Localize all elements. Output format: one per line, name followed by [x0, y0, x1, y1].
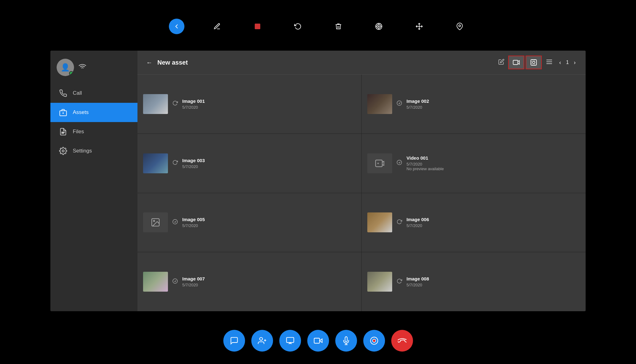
sidebar-item-settings[interactable]: Settings	[50, 141, 137, 161]
svg-point-28	[397, 160, 402, 165]
pin-button[interactable]	[452, 19, 467, 34]
connection-icon	[78, 63, 86, 72]
page-next-button[interactable]: ›	[571, 58, 578, 67]
video-view-button[interactable]	[508, 56, 524, 69]
asset-date-vid001: 5/7/2020	[406, 162, 580, 166]
asset-status-img001	[172, 100, 178, 107]
asset-status-img005	[172, 219, 178, 226]
user-avatar-area: 👤	[50, 54, 137, 84]
asset-status-img002	[397, 100, 402, 107]
sidebar-item-files[interactable]: Files	[50, 122, 137, 141]
undo-button[interactable]	[290, 19, 306, 34]
asset-status-img003	[172, 160, 178, 167]
asset-info-vid001: Video 001 5/7/2020 No preview available	[406, 155, 580, 171]
svg-point-2	[377, 25, 381, 28]
asset-date-img005: 5/7/2020	[182, 223, 356, 228]
sidebar-navigation: Call Assets Files	[50, 84, 137, 311]
mic-button[interactable]	[335, 330, 357, 352]
asset-item-img003[interactable]: Image 003 5/7/2020	[137, 134, 361, 193]
assets-icon	[59, 108, 67, 116]
asset-name-img002: Image 002	[406, 98, 580, 104]
asset-name-vid001: Video 001	[406, 155, 580, 161]
stop-button[interactable]	[250, 19, 265, 34]
content-area: ← New asset	[137, 51, 586, 311]
sidebar-item-call[interactable]: Call	[50, 84, 137, 103]
asset-status-img007	[172, 278, 178, 285]
asset-status-img006	[397, 219, 402, 226]
settings-label: Settings	[73, 148, 92, 154]
list-view-button[interactable]	[543, 57, 555, 68]
pagination: ‹ 1 ›	[557, 58, 578, 67]
asset-info-img005: Image 005 5/7/2020	[182, 217, 356, 228]
asset-info-img007: Image 007 5/7/2020	[182, 276, 356, 287]
page-prev-button[interactable]: ‹	[557, 58, 564, 67]
asset-info-img008: Image 008 5/7/2020	[406, 276, 580, 287]
content-header: ← New asset	[137, 51, 586, 75]
svg-rect-15	[62, 132, 65, 132]
svg-rect-18	[513, 60, 518, 65]
asset-item-img001[interactable]: Image 001 5/7/2020	[137, 75, 361, 134]
svg-point-17	[62, 150, 64, 152]
asset-status-vid001	[397, 160, 402, 167]
call-icon	[59, 89, 67, 97]
svg-rect-0	[255, 24, 260, 29]
target-button[interactable]	[371, 19, 387, 34]
asset-date-img001: 5/7/2020	[182, 105, 356, 110]
files-label: Files	[73, 129, 84, 135]
main-window: 👤 Call	[50, 51, 586, 311]
end-call-button[interactable]	[391, 330, 413, 352]
asset-info-img002: Image 002 5/7/2020	[406, 98, 580, 110]
asset-date-img008: 5/7/2020	[406, 283, 580, 287]
asset-status-img008	[397, 278, 402, 285]
asset-thumbnail-vid001	[367, 153, 392, 173]
asset-item-img005[interactable]: Image 005 5/7/2020	[137, 193, 361, 252]
pointer-back-button[interactable]	[169, 19, 184, 34]
page-title: New asset	[157, 59, 494, 66]
page-number: 1	[566, 60, 569, 65]
svg-point-3	[378, 26, 379, 27]
asset-name-img006: Image 006	[406, 217, 580, 222]
view-controls: ‹ 1 ›	[508, 56, 578, 69]
asset-thumbnail-img002	[367, 94, 392, 114]
asset-item-img002[interactable]: Image 002 5/7/2020	[362, 75, 586, 134]
share-screen-button[interactable]	[279, 330, 301, 352]
top-toolbar	[0, 19, 636, 34]
asset-thumbnail-img005	[143, 212, 168, 232]
svg-point-33	[259, 338, 262, 340]
asset-item-vid001[interactable]: Video 001 5/7/2020 No preview available	[362, 134, 586, 193]
chat-button[interactable]	[223, 330, 245, 352]
svg-rect-39	[314, 338, 319, 343]
asset-item-img006[interactable]: Image 006 5/7/2020	[362, 193, 586, 252]
asset-date-img003: 5/7/2020	[182, 164, 356, 169]
asset-preview-vid001: No preview available	[406, 166, 580, 171]
assets-grid: Image 001 5/7/2020 Image 002 5/7/20	[137, 75, 586, 311]
svg-rect-16	[62, 133, 64, 133]
add-person-button[interactable]	[251, 330, 273, 352]
video-call-button[interactable]	[307, 330, 329, 352]
svg-point-32	[173, 279, 178, 283]
delete-button[interactable]	[331, 19, 346, 34]
svg-point-30	[153, 221, 155, 222]
asset-date-img006: 5/7/2020	[406, 223, 580, 228]
files-icon	[59, 128, 67, 136]
edit-title-button[interactable]	[498, 59, 504, 66]
asset-name-img007: Image 007	[182, 276, 356, 281]
online-indicator	[69, 71, 73, 75]
bottom-toolbar	[0, 330, 636, 352]
asset-item-img008[interactable]: Image 008 5/7/2020	[362, 252, 586, 311]
screenshot-view-button[interactable]	[526, 56, 542, 69]
move-button[interactable]	[411, 19, 427, 34]
draw-button[interactable]	[209, 19, 225, 34]
sidebar: 👤 Call	[50, 51, 137, 311]
asset-date-img007: 5/7/2020	[182, 283, 356, 287]
asset-thumbnail-img003	[143, 153, 168, 173]
asset-thumbnail-img006	[367, 212, 392, 232]
asset-thumbnail-img001	[143, 94, 168, 114]
record-button[interactable]	[363, 330, 385, 352]
svg-point-31	[173, 219, 178, 224]
asset-name-img001: Image 001	[182, 98, 356, 104]
asset-item-img007[interactable]: Image 007 5/7/2020	[137, 252, 361, 311]
sidebar-item-assets[interactable]: Assets	[50, 103, 137, 122]
avatar: 👤	[57, 59, 74, 76]
back-button[interactable]: ←	[145, 58, 154, 67]
